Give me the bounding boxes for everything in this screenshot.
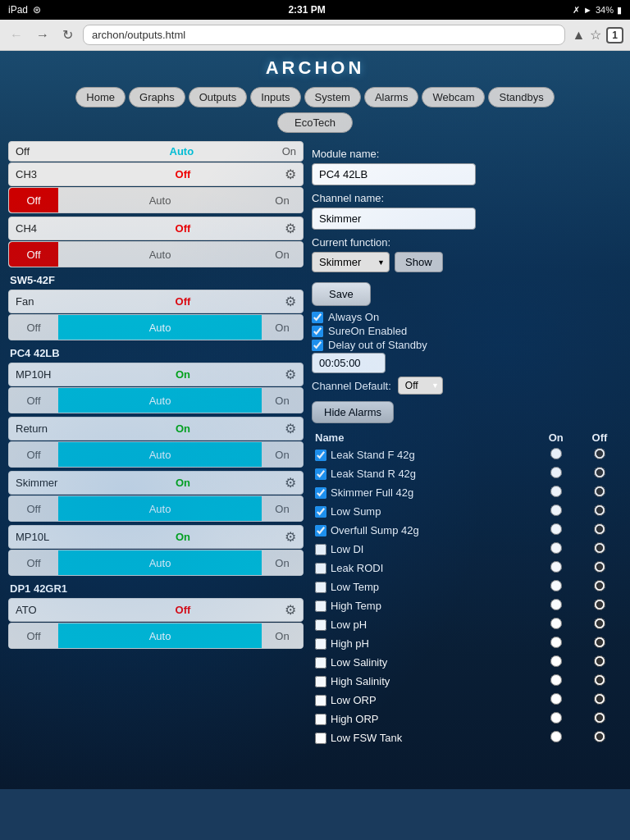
alarm-checkbox-2[interactable] — [315, 487, 326, 499]
tab-count[interactable]: 1 — [606, 27, 623, 43]
nav-alarms[interactable]: Alarms — [364, 87, 418, 107]
mp10h-on-button[interactable]: On — [262, 388, 303, 413]
return-gear-button[interactable]: ⚙ — [285, 421, 296, 436]
mp10h-gear-button[interactable]: ⚙ — [285, 367, 296, 382]
alarm-off-radio-3[interactable] — [594, 504, 605, 516]
back-button[interactable]: ← — [7, 26, 26, 44]
ch3-auto-button[interactable]: Auto — [58, 188, 262, 212]
alarm-checkbox-8[interactable] — [315, 600, 326, 612]
ato-off-button[interactable]: Off — [9, 623, 58, 648]
alarm-off-radio-9[interactable] — [594, 618, 605, 629]
return-on-button[interactable]: On — [262, 442, 303, 467]
alarm-checkbox-14[interactable] — [315, 714, 326, 725]
alarm-checkbox-0[interactable] — [315, 450, 326, 461]
hide-alarms-button[interactable]: Hide Alarms — [312, 401, 394, 423]
ch3-off-button[interactable]: Off — [9, 188, 58, 212]
nav-home[interactable]: Home — [75, 87, 126, 107]
share-button[interactable]: ▲ — [572, 27, 585, 43]
alarm-off-radio-15[interactable] — [594, 731, 605, 742]
alarm-off-radio-1[interactable] — [594, 467, 605, 478]
alarm-on-radio-2[interactable] — [550, 486, 562, 497]
bookmark-button[interactable]: ☆ — [590, 27, 601, 43]
ch4-on-button[interactable]: On — [262, 242, 303, 267]
alarm-checkbox-5[interactable] — [315, 544, 326, 555]
alarm-checkbox-15[interactable] — [315, 733, 326, 744]
ch4-off-button[interactable]: Off — [9, 242, 58, 267]
module-name-input[interactable] — [312, 163, 476, 185]
fan-auto-button[interactable]: Auto — [58, 315, 262, 340]
show-button[interactable]: Show — [395, 252, 443, 272]
function-select[interactable]: Skimmer Return Pump Light Fan Heater Alw… — [312, 252, 390, 272]
alarm-on-radio-6[interactable] — [550, 561, 562, 573]
alarm-on-radio-13[interactable] — [550, 693, 562, 705]
nav-outputs[interactable]: Outputs — [189, 87, 248, 107]
alarm-checkbox-10[interactable] — [315, 638, 326, 650]
alarm-off-radio-11[interactable] — [594, 655, 605, 667]
alarm-off-radio-6[interactable] — [594, 561, 605, 573]
forward-button[interactable]: → — [33, 26, 52, 44]
url-bar[interactable] — [83, 25, 565, 45]
mp10l-off-button[interactable]: Off — [9, 550, 58, 575]
mp10l-on-button[interactable]: On — [262, 550, 303, 575]
alarm-on-radio-8[interactable] — [550, 599, 562, 610]
ch3-on-button[interactable]: On — [262, 188, 303, 212]
ato-gear-button[interactable]: ⚙ — [285, 602, 296, 618]
alarm-on-radio-5[interactable] — [550, 542, 562, 554]
ch4-gear-button[interactable]: ⚙ — [285, 221, 296, 236]
save-button[interactable]: Save — [312, 282, 371, 306]
delay-checkbox[interactable] — [312, 340, 323, 351]
always-on-checkbox[interactable] — [312, 312, 323, 323]
nav-system[interactable]: System — [304, 87, 361, 107]
nav-graphs[interactable]: Graphs — [129, 87, 185, 107]
fan-off-button[interactable]: Off — [9, 315, 58, 340]
alarm-off-radio-14[interactable] — [594, 712, 605, 724]
nav-webcam[interactable]: Webcam — [422, 87, 485, 107]
alarm-on-radio-0[interactable] — [550, 448, 562, 459]
ato-auto-button[interactable]: Auto — [58, 623, 262, 648]
alarm-on-radio-10[interactable] — [550, 637, 562, 648]
alarm-on-radio-15[interactable] — [550, 731, 562, 742]
skimmer-on-button[interactable]: On — [262, 496, 303, 521]
return-off-button[interactable]: Off — [9, 442, 58, 467]
alarm-checkbox-11[interactable] — [315, 657, 326, 669]
skimmer-gear-button[interactable]: ⚙ — [285, 475, 296, 491]
sure-on-checkbox[interactable] — [312, 326, 323, 337]
alarm-off-radio-5[interactable] — [594, 542, 605, 554]
alarm-off-radio-10[interactable] — [594, 637, 605, 648]
alarm-checkbox-7[interactable] — [315, 582, 326, 593]
return-auto-button[interactable]: Auto — [58, 442, 262, 467]
mp10l-gear-button[interactable]: ⚙ — [285, 529, 296, 545]
alarm-on-radio-9[interactable] — [550, 618, 562, 629]
alarm-on-radio-11[interactable] — [550, 655, 562, 667]
mp10h-auto-button[interactable]: Auto — [58, 388, 262, 413]
alarm-off-radio-0[interactable] — [594, 448, 605, 459]
channel-default-select[interactable]: Off On Auto — [398, 377, 443, 395]
alarm-checkbox-12[interactable] — [315, 676, 326, 687]
alarm-checkbox-9[interactable] — [315, 619, 326, 631]
mp10h-off-button[interactable]: Off — [9, 388, 58, 413]
mp10l-auto-button[interactable]: Auto — [58, 550, 262, 575]
alarm-checkbox-3[interactable] — [315, 506, 326, 518]
ecotech-button[interactable]: EcoTech — [277, 112, 353, 133]
alarm-off-radio-4[interactable] — [594, 523, 605, 535]
alarm-checkbox-13[interactable] — [315, 695, 326, 706]
skimmer-auto-button[interactable]: Auto — [58, 496, 262, 521]
channel-name-input[interactable] — [312, 208, 476, 230]
reload-button[interactable]: ↻ — [59, 25, 76, 44]
nav-inputs[interactable]: Inputs — [250, 87, 300, 107]
alarm-on-radio-3[interactable] — [550, 504, 562, 516]
alarm-off-radio-8[interactable] — [594, 599, 605, 610]
alarm-on-radio-4[interactable] — [550, 523, 562, 535]
alarm-off-radio-12[interactable] — [594, 674, 605, 686]
ch4-auto-button[interactable]: Auto — [58, 242, 262, 267]
alarm-off-radio-13[interactable] — [594, 693, 605, 705]
fan-on-button[interactable]: On — [262, 315, 303, 340]
skimmer-off-button[interactable]: Off — [9, 496, 58, 521]
alarm-off-radio-7[interactable] — [594, 580, 605, 591]
delay-input[interactable] — [312, 353, 386, 373]
alarm-on-radio-14[interactable] — [550, 712, 562, 724]
alarm-on-radio-1[interactable] — [550, 467, 562, 478]
fan-gear-button[interactable]: ⚙ — [285, 294, 296, 309]
alarm-checkbox-6[interactable] — [315, 563, 326, 574]
nav-standbys[interactable]: Standbys — [488, 87, 554, 107]
